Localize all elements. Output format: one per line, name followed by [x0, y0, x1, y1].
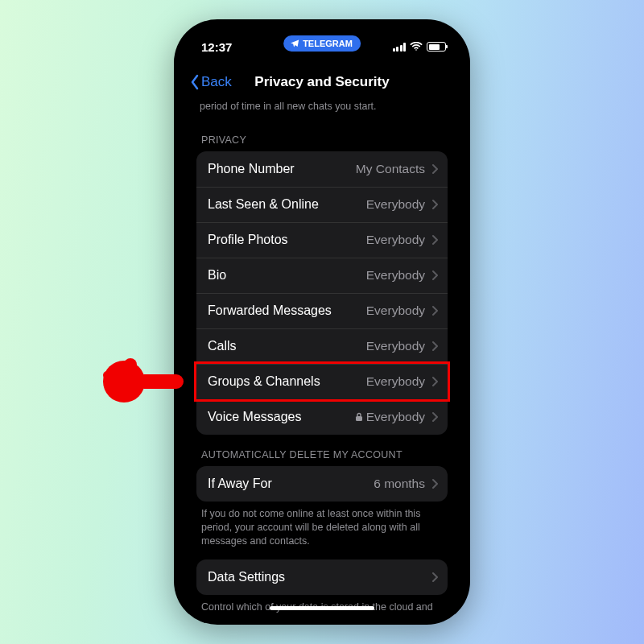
home-indicator[interactable] — [270, 606, 374, 610]
chevron-right-icon — [431, 163, 438, 175]
chevron-right-icon — [431, 478, 438, 489]
chevron-right-icon — [431, 341, 438, 352]
chevron-right-icon — [431, 411, 438, 423]
row-label: Forwarded Messages — [208, 303, 366, 318]
chevron-right-icon — [431, 376, 438, 387]
svg-point-2 — [103, 361, 145, 402]
cellular-icon — [393, 43, 407, 52]
auto-delete-footer: If you do not come online at least once … — [196, 502, 448, 548]
row-value: Everybody — [366, 339, 425, 353]
row-label: Profile Photos — [208, 233, 366, 247]
chevron-right-icon — [431, 234, 438, 246]
wifi-icon — [410, 42, 423, 52]
row-label: Phone Number — [208, 162, 356, 176]
status-right — [393, 42, 447, 52]
back-button[interactable]: Back — [190, 74, 232, 90]
row-value: Everybody — [366, 374, 425, 389]
phone-screen: 12:37 TELEGRAM Back Privacy and Security — [184, 29, 460, 615]
privacy-row-last-seen-online[interactable]: Last Seen & OnlineEverybody — [196, 187, 448, 222]
privacy-group: Phone NumberMy ContactsLast Seen & Onlin… — [196, 151, 448, 435]
data-settings-footer: Control which of your data is stored in … — [196, 595, 448, 616]
row-label: Last Seen & Online — [208, 197, 366, 212]
telegram-icon — [290, 39, 299, 48]
pill-label: TELEGRAM — [303, 39, 353, 48]
row-value: Everybody — [366, 233, 425, 247]
privacy-row-profile-photos[interactable]: Profile PhotosEverybody — [196, 222, 448, 258]
row-value: Everybody — [366, 303, 425, 318]
status-time: 12:37 — [201, 40, 232, 54]
privacy-header: PRIVACY — [196, 120, 448, 151]
dynamic-island-pill[interactable]: TELEGRAM — [283, 35, 361, 52]
if-away-for-row[interactable]: If Away For 6 months — [196, 466, 448, 502]
chevron-right-icon — [431, 572, 438, 583]
data-settings-row[interactable]: Data Settings — [196, 559, 448, 595]
data-settings-label: Data Settings — [208, 570, 425, 584]
battery-icon — [427, 42, 446, 52]
row-value: Everybody — [355, 410, 425, 424]
data-settings-group: Data Settings — [196, 559, 448, 595]
chevron-right-icon — [431, 199, 438, 210]
row-label: Voice Messages — [208, 410, 355, 424]
row-label: Bio — [208, 268, 366, 283]
row-label: Groups & Channels — [208, 374, 366, 389]
row-label: Calls — [208, 339, 366, 353]
chevron-left-icon — [190, 74, 200, 90]
status-bar: 12:37 TELEGRAM — [184, 29, 460, 64]
back-label: Back — [201, 74, 232, 90]
svg-rect-3 — [103, 371, 124, 379]
svg-rect-5 — [124, 358, 137, 376]
phone-frame: 12:37 TELEGRAM Back Privacy and Security — [174, 19, 470, 625]
page-title: Privacy and Security — [254, 74, 389, 90]
lock-icon — [355, 412, 363, 422]
privacy-row-forwarded-messages[interactable]: Forwarded MessagesEverybody — [196, 293, 448, 328]
if-away-for-value: 6 months — [374, 477, 425, 491]
privacy-row-calls[interactable]: CallsEverybody — [196, 328, 448, 364]
auto-delete-header: AUTOMATICALLY DELETE MY ACCOUNT — [196, 435, 448, 466]
row-value: My Contacts — [356, 162, 425, 176]
privacy-row-bio[interactable]: BioEverybody — [196, 258, 448, 293]
if-away-for-label: If Away For — [208, 477, 374, 491]
auto-delete-group: If Away For 6 months — [196, 466, 448, 502]
row-value: Everybody — [366, 197, 425, 212]
chevron-right-icon — [431, 305, 438, 316]
chevron-right-icon — [431, 270, 438, 281]
settings-scroll[interactable]: period of time in all new chats you star… — [184, 100, 460, 615]
privacy-row-phone-number[interactable]: Phone NumberMy Contacts — [196, 151, 448, 187]
row-value: Everybody — [366, 268, 425, 283]
privacy-row-groups-channels[interactable]: Groups & ChannelsEverybody — [196, 364, 448, 399]
nav-bar: Back Privacy and Security — [184, 64, 460, 100]
privacy-row-voice-messages[interactable]: Voice MessagesEverybody — [196, 399, 448, 435]
svg-rect-1 — [356, 416, 362, 421]
clipped-description: period of time in all new chats you star… — [196, 100, 448, 120]
svg-point-0 — [415, 49, 417, 51]
